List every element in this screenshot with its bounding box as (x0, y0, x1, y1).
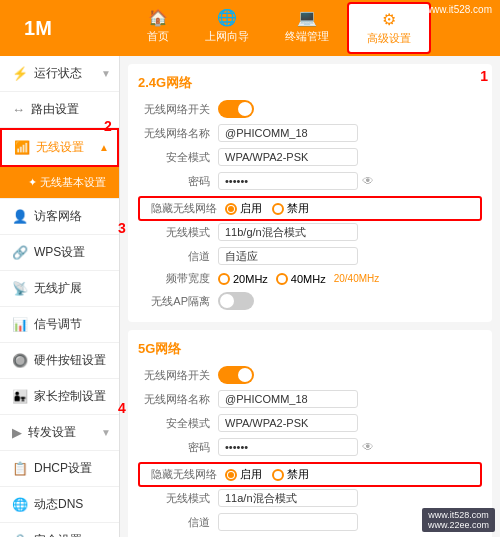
nav-home[interactable]: 🏠 首页 (129, 2, 187, 54)
bw-20mhz[interactable]: 20MHz (218, 273, 268, 285)
radio-dot-5g-enable (225, 469, 237, 481)
label-24g-security: 安全模式 (138, 150, 218, 165)
sidebar-item-router[interactable]: ↔ 路由设置 (0, 92, 119, 128)
radio-5g-enable[interactable]: 启用 (225, 467, 262, 482)
sidebar-item-expand[interactable]: 📡 无线扩展 (0, 271, 119, 307)
sidebar: ⚡ 运行状态 ▼ ↔ 路由设置 📶 无线设置 ▲ ✦ 无线基本设置 👤 访客网络… (0, 56, 120, 537)
toggle-24g-ap-isolation[interactable] (218, 292, 254, 310)
label-5g-channel: 信道 (138, 515, 218, 530)
parental-icon: 👨‍👧 (12, 389, 28, 404)
forward-icon: ▶ (12, 425, 22, 440)
sidebar-label-forward: 转发设置 (28, 424, 76, 441)
eye-icon-24g[interactable]: 👁 (362, 174, 374, 188)
nav-terminal[interactable]: 💻 终端管理 (267, 2, 347, 54)
input-5g-security[interactable] (218, 414, 358, 432)
input-24g-ssid[interactable] (218, 124, 358, 142)
sidebar-label-wireless-basic-text: 无线基本设置 (40, 176, 106, 188)
radio-label-5g-enable: 启用 (240, 467, 262, 482)
bw-40mhz-dot (276, 273, 288, 285)
radio-label-24g-enable: 启用 (240, 201, 262, 216)
input-5g-channel[interactable] (218, 513, 358, 531)
sidebar-item-dhcp[interactable]: 📋 DHCP设置 (0, 451, 119, 487)
sidebar-item-button[interactable]: 🔘 硬件按钮设置 (0, 343, 119, 379)
sidebar-label-router: 路由设置 (31, 101, 79, 118)
radio-label-5g-disable: 禁用 (287, 467, 309, 482)
sidebar-item-status[interactable]: ⚡ 运行状态 ▼ (0, 56, 119, 92)
input-24g-security[interactable] (218, 148, 358, 166)
nav-advanced[interactable]: ⚙ 高级设置 (347, 2, 431, 54)
watermark-url1: www.it528.com (428, 510, 489, 520)
sidebar-item-wireless-basic[interactable]: ✦ 无线基本设置 (0, 167, 119, 199)
label-5g-ssid: 无线网络名称 (138, 392, 218, 407)
bw-40mhz[interactable]: 40MHz (276, 273, 326, 285)
radio-dot-24g-enable (225, 203, 237, 215)
input-24g-password[interactable] (218, 172, 358, 190)
ddns-icon: 🌐 (12, 497, 28, 512)
top-navigation: 1M 🏠 首页 🌐 上网向导 💻 终端管理 ⚙ 高级设置 www.it528.c… (0, 0, 500, 56)
sidebar-item-visitor[interactable]: 👤 访客网络 (0, 199, 119, 235)
number-label-1: 1 (480, 68, 488, 84)
advanced-icon: ⚙ (382, 10, 396, 29)
sidebar-label-wps: WPS设置 (34, 244, 85, 261)
bw-note: 20/40MHz (334, 273, 380, 284)
sidebar-item-parental[interactable]: 👨‍👧 家长控制设置 (0, 379, 119, 415)
sidebar-label-expand: 无线扩展 (34, 280, 82, 297)
button-icon: 🔘 (12, 353, 28, 368)
row-24g-bandwidth: 频带宽度 20MHz 40MHz 20/40MHz (138, 271, 482, 286)
radio-dot-5g-disable (272, 469, 284, 481)
toggle-24g-switch[interactable] (218, 100, 254, 118)
section-5g: 5G网络 无线网络开关 无线网络名称 安全模式 密码 👁 (128, 330, 492, 537)
number-label-3: 3 (118, 220, 126, 236)
visitor-icon: 👤 (12, 209, 28, 224)
label-24g-switch: 无线网络开关 (138, 102, 218, 117)
sidebar-label-security: 安全设置 (34, 532, 82, 537)
site-url: www.it528.com (425, 4, 492, 15)
eye-icon-5g[interactable]: 👁 (362, 440, 374, 454)
radio-24g-enable[interactable]: 启用 (225, 201, 262, 216)
row-24g-hidden: 隐藏无线网络 启用 禁用 (138, 196, 482, 221)
wireless-icon: 📶 (14, 140, 30, 155)
label-5g-security: 安全模式 (138, 416, 218, 431)
sidebar-item-wps[interactable]: 🔗 WPS设置 (0, 235, 119, 271)
brand-logo: 1M (8, 17, 68, 40)
watermark-url2: www.22ee.com (428, 520, 489, 530)
bandwidth-options: 20MHz 40MHz 20/40MHz (218, 273, 379, 285)
sidebar-item-security[interactable]: 🔒 安全设置 (0, 523, 119, 537)
wps-icon: 🔗 (12, 245, 28, 260)
row-5g-password: 密码 👁 (138, 438, 482, 456)
input-24g-channel[interactable] (218, 247, 358, 265)
row-24g-security: 安全模式 (138, 148, 482, 166)
number-label-4: 4 (118, 400, 126, 416)
sidebar-item-ddns[interactable]: 🌐 动态DNS (0, 487, 119, 523)
sidebar-item-signal[interactable]: 📊 信号调节 (0, 307, 119, 343)
input-5g-mode[interactable] (218, 489, 358, 507)
input-5g-password[interactable] (218, 438, 358, 456)
nav-internet[interactable]: 🌐 上网向导 (187, 2, 267, 54)
radio-label-24g-disable: 禁用 (287, 201, 309, 216)
label-24g-ap-isolation: 无线AP隔离 (138, 294, 218, 309)
label-24g-hidden: 隐藏无线网络 (145, 201, 225, 216)
row-24g-ssid: 无线网络名称 (138, 124, 482, 142)
input-24g-mode[interactable] (218, 223, 358, 241)
content-area: 2.4G网络 无线网络开关 无线网络名称 安全模式 密码 👁 (120, 56, 500, 537)
router-icon: ↔ (12, 102, 25, 117)
sidebar-label-button: 硬件按钮设置 (34, 352, 106, 369)
label-5g-password: 密码 (138, 440, 218, 455)
section-24g: 2.4G网络 无线网络开关 无线网络名称 安全模式 密码 👁 (128, 64, 492, 322)
label-5g-switch: 无线网络开关 (138, 368, 218, 383)
radio-5g-disable[interactable]: 禁用 (272, 467, 309, 482)
watermark: www.it528.com www.22ee.com (422, 508, 495, 532)
sidebar-item-forward[interactable]: ▶ 转发设置 ▼ (0, 415, 119, 451)
sidebar-label-ddns: 动态DNS (34, 496, 83, 513)
radio-group-24g-hidden: 启用 禁用 (225, 201, 309, 216)
toggle-5g-switch[interactable] (218, 366, 254, 384)
signal-icon: 📊 (12, 317, 28, 332)
nav-advanced-label: 高级设置 (367, 31, 411, 46)
input-5g-ssid[interactable] (218, 390, 358, 408)
sidebar-item-wireless[interactable]: 📶 无线设置 ▲ (0, 128, 119, 167)
row-24g-mode: 无线模式 (138, 223, 482, 241)
sidebar-label-parental: 家长控制设置 (34, 388, 106, 405)
radio-24g-disable[interactable]: 禁用 (272, 201, 309, 216)
row-24g-password: 密码 👁 (138, 172, 482, 190)
sidebar-label-wireless-basic: ✦ (28, 176, 40, 188)
